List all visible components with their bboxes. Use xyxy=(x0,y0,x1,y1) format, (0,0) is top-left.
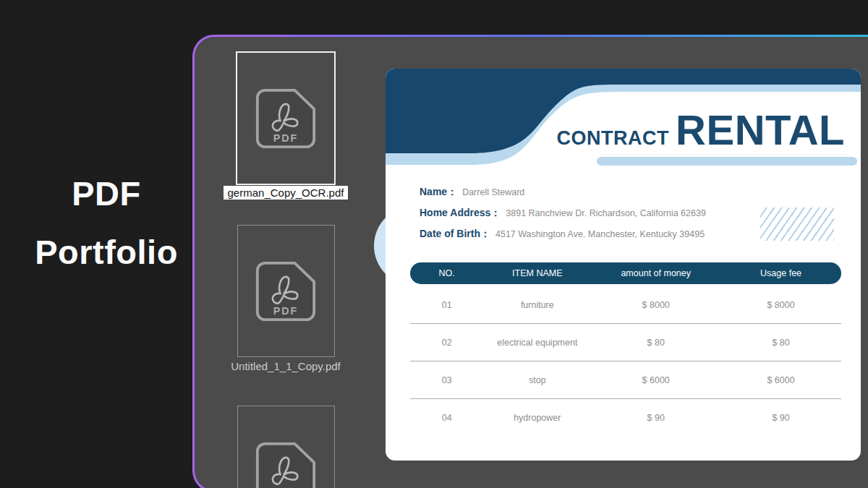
document-title-small: CONTRACT xyxy=(557,127,669,149)
cell-no: 04 xyxy=(410,413,483,423)
cell-fee: $ 6000 xyxy=(720,375,841,385)
pdf-file-item[interactable]: PDF Untitled_1_1_Copy.pdf xyxy=(222,225,349,372)
pdf-thumbnail[interactable]: PDF xyxy=(237,225,335,357)
pdf-file-icon: PDF xyxy=(255,87,317,150)
cell-item: furniture xyxy=(483,300,591,310)
cell-no: 01 xyxy=(410,300,483,310)
pdf-file-item[interactable]: PDF xyxy=(222,406,349,488)
pdf-thumbnail-selected[interactable]: PDF xyxy=(236,51,336,185)
field-label: Date of Birth： xyxy=(420,228,490,241)
cell-item: electrical equipment xyxy=(483,338,591,348)
cell-item: hydropower xyxy=(483,413,591,423)
col-header-no: NO. xyxy=(410,268,483,278)
title-underline-bar xyxy=(597,157,857,166)
document-preview[interactable]: CONTRACTRENTAL Name： Darrell Steward Hom… xyxy=(386,69,861,461)
field-value: 4517 Washington Ave. Manchester, Kentuck… xyxy=(495,229,705,239)
field-label: Home Address： xyxy=(420,207,501,220)
table-row: 02 electrical equipment $ 80 $ 80 xyxy=(410,324,841,361)
table-row: 01 furniture $ 8000 $ 8000 xyxy=(410,286,841,324)
page-title: PDF Portfolio xyxy=(13,174,200,272)
document-fields: Name： Darrell Steward Home Address： 3891… xyxy=(420,186,706,249)
field-date-of-birth: Date of Birth： 4517 Washington Ave. Manc… xyxy=(420,228,706,249)
page-background: PDF Portfolio PDF german_Copy_OCR.pdf xyxy=(0,0,868,488)
cell-amount: $ 8000 xyxy=(591,300,720,310)
cell-fee: $ 90 xyxy=(720,413,841,423)
pdf-file-icon: PDF xyxy=(255,260,317,322)
pdf-filename[interactable]: german_Copy_OCR.pdf xyxy=(224,186,349,200)
col-header-amount: amount of money xyxy=(591,268,720,278)
pdf-icon-label: PDF xyxy=(273,132,298,143)
table-body: 01 furniture $ 8000 $ 8000 02 electrical… xyxy=(410,284,841,437)
cell-amount: $ 90 xyxy=(591,413,720,423)
document-title: CONTRACTRENTAL xyxy=(557,106,845,154)
hatch-decoration xyxy=(760,207,834,241)
document-title-large: RENTAL xyxy=(676,106,845,153)
pdf-thumbnail[interactable]: PDF xyxy=(237,406,335,488)
field-label: Name： xyxy=(420,186,457,199)
table-header-row: NO. ITEM NAME amount of money Usage fee xyxy=(410,262,841,284)
cell-amount: $ 6000 xyxy=(591,375,720,385)
cell-fee: $ 80 xyxy=(720,338,841,348)
table-row: 04 hydropower $ 90 $ 90 xyxy=(410,399,841,437)
portfolio-panel-body: PDF german_Copy_OCR.pdf PDF Untitled_1_1… xyxy=(195,37,868,488)
field-value: Darrell Steward xyxy=(462,187,524,197)
page-title-line1: PDF xyxy=(13,174,200,213)
col-header-item-name: ITEM NAME xyxy=(483,268,591,278)
page-title-line2: Portfolio xyxy=(13,232,200,272)
pdf-icon-label: PDF xyxy=(273,486,298,488)
rental-items-table: NO. ITEM NAME amount of money Usage fee … xyxy=(410,262,841,437)
cell-fee: $ 8000 xyxy=(720,300,841,310)
pdf-file-item[interactable]: PDF german_Copy_OCR.pdf xyxy=(222,51,349,200)
pdf-file-icon: PDF xyxy=(255,441,317,488)
cell-no: 02 xyxy=(410,338,483,348)
field-name: Name： Darrell Steward xyxy=(420,186,706,207)
cell-no: 03 xyxy=(410,375,483,385)
cell-item: stop xyxy=(483,375,591,385)
table-row: 03 stop $ 6000 $ 6000 xyxy=(410,361,841,399)
pdf-filename[interactable]: Untitled_1_1_Copy.pdf xyxy=(222,360,349,372)
cell-amount: $ 80 xyxy=(591,338,720,348)
pdf-icon-label: PDF xyxy=(273,304,298,316)
field-value: 3891 Ranchview Dr. Richardson, Californi… xyxy=(506,208,706,218)
col-header-usage-fee: Usage fee xyxy=(720,268,841,278)
field-home-address: Home Address： 3891 Ranchview Dr. Richard… xyxy=(420,207,706,228)
portfolio-panel: PDF german_Copy_OCR.pdf PDF Untitled_1_1… xyxy=(192,35,868,488)
